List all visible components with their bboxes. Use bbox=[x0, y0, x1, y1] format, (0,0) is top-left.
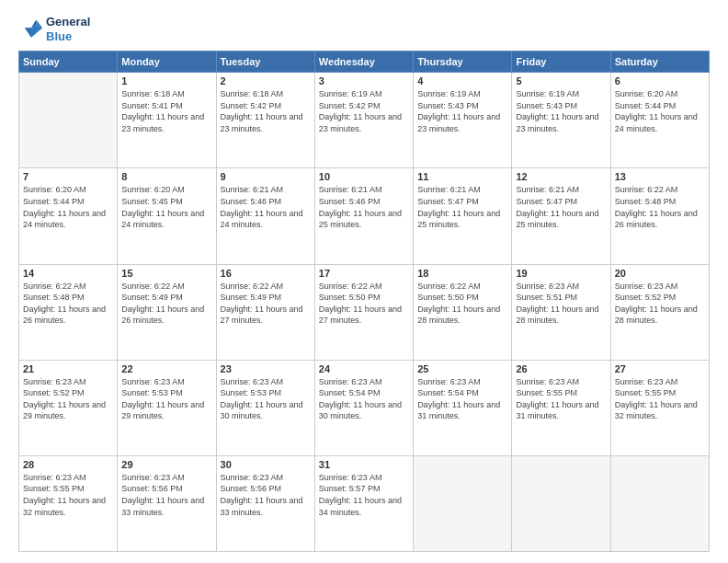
day-info: Sunrise: 6:23 AMSunset: 5:52 PMDaylight:… bbox=[23, 376, 113, 422]
day-info: Sunrise: 6:19 AMSunset: 5:43 PMDaylight:… bbox=[516, 88, 606, 134]
col-header-wednesday: Wednesday bbox=[314, 52, 413, 73]
calendar-cell: 8Sunrise: 6:20 AMSunset: 5:45 PMDaylight… bbox=[118, 168, 216, 264]
day-info: Sunrise: 6:19 AMSunset: 5:42 PMDaylight:… bbox=[319, 88, 409, 134]
day-number: 25 bbox=[417, 363, 507, 374]
day-info: Sunrise: 6:19 AMSunset: 5:43 PMDaylight:… bbox=[417, 88, 507, 134]
svg-marker-4 bbox=[25, 28, 31, 38]
col-header-saturday: Saturday bbox=[610, 52, 709, 73]
calendar-cell: 9Sunrise: 6:21 AMSunset: 5:46 PMDaylight… bbox=[216, 168, 314, 264]
day-info: Sunrise: 6:23 AMSunset: 5:53 PMDaylight:… bbox=[121, 376, 211, 422]
day-number: 19 bbox=[516, 268, 606, 279]
calendar-cell: 12Sunrise: 6:21 AMSunset: 5:47 PMDayligh… bbox=[512, 168, 610, 264]
day-info: Sunrise: 6:23 AMSunset: 5:53 PMDaylight:… bbox=[221, 376, 311, 422]
header: General Blue bbox=[18, 15, 710, 43]
week-row-0: 1Sunrise: 6:18 AMSunset: 5:41 PMDaylight… bbox=[19, 73, 710, 168]
day-number: 4 bbox=[417, 75, 507, 86]
day-info: Sunrise: 6:20 AMSunset: 5:44 PMDaylight:… bbox=[23, 184, 113, 230]
day-info: Sunrise: 6:23 AMSunset: 5:55 PMDaylight:… bbox=[23, 472, 113, 518]
day-info: Sunrise: 6:20 AMSunset: 5:44 PMDaylight:… bbox=[615, 88, 705, 134]
calendar-table: SundayMondayTuesdayWednesdayThursdayFrid… bbox=[18, 51, 710, 552]
calendar-cell: 4Sunrise: 6:19 AMSunset: 5:43 PMDaylight… bbox=[414, 73, 512, 168]
day-info: Sunrise: 6:22 AMSunset: 5:49 PMDaylight:… bbox=[121, 281, 211, 327]
day-info: Sunrise: 6:23 AMSunset: 5:56 PMDaylight:… bbox=[121, 472, 211, 518]
day-info: Sunrise: 6:22 AMSunset: 5:48 PMDaylight:… bbox=[615, 184, 705, 230]
day-number: 3 bbox=[319, 75, 409, 86]
calendar-cell: 1Sunrise: 6:18 AMSunset: 5:41 PMDaylight… bbox=[118, 73, 216, 168]
day-number: 27 bbox=[615, 363, 705, 374]
day-info: Sunrise: 6:23 AMSunset: 5:55 PMDaylight:… bbox=[615, 376, 705, 422]
col-header-sunday: Sunday bbox=[19, 52, 118, 73]
calendar-cell: 11Sunrise: 6:21 AMSunset: 5:47 PMDayligh… bbox=[414, 168, 512, 264]
calendar-header-row: SundayMondayTuesdayWednesdayThursdayFrid… bbox=[19, 52, 710, 73]
day-info: Sunrise: 6:23 AMSunset: 5:54 PMDaylight:… bbox=[319, 376, 409, 422]
calendar-cell: 21Sunrise: 6:23 AMSunset: 5:52 PMDayligh… bbox=[19, 360, 118, 455]
day-number: 24 bbox=[319, 363, 409, 374]
day-number: 7 bbox=[23, 171, 113, 182]
calendar-cell: 10Sunrise: 6:21 AMSunset: 5:46 PMDayligh… bbox=[314, 168, 413, 264]
calendar-cell bbox=[19, 73, 118, 168]
logo-icon bbox=[18, 17, 44, 42]
day-info: Sunrise: 6:21 AMSunset: 5:46 PMDaylight:… bbox=[319, 184, 409, 230]
calendar-cell: 19Sunrise: 6:23 AMSunset: 5:51 PMDayligh… bbox=[512, 264, 610, 360]
day-number: 29 bbox=[121, 459, 211, 470]
calendar-cell: 23Sunrise: 6:23 AMSunset: 5:53 PMDayligh… bbox=[216, 360, 314, 455]
calendar-cell bbox=[414, 455, 512, 551]
calendar-cell: 18Sunrise: 6:22 AMSunset: 5:50 PMDayligh… bbox=[414, 264, 512, 360]
day-info: Sunrise: 6:21 AMSunset: 5:46 PMDaylight:… bbox=[221, 184, 311, 230]
calendar-cell: 2Sunrise: 6:18 AMSunset: 5:42 PMDaylight… bbox=[216, 73, 314, 168]
day-number: 20 bbox=[615, 268, 705, 279]
day-info: Sunrise: 6:20 AMSunset: 5:45 PMDaylight:… bbox=[121, 184, 211, 230]
week-row-2: 14Sunrise: 6:22 AMSunset: 5:48 PMDayligh… bbox=[19, 264, 710, 360]
calendar-cell: 24Sunrise: 6:23 AMSunset: 5:54 PMDayligh… bbox=[314, 360, 413, 455]
calendar-cell: 6Sunrise: 6:20 AMSunset: 5:44 PMDaylight… bbox=[610, 73, 709, 168]
calendar-cell: 13Sunrise: 6:22 AMSunset: 5:48 PMDayligh… bbox=[610, 168, 709, 264]
calendar-cell: 26Sunrise: 6:23 AMSunset: 5:55 PMDayligh… bbox=[512, 360, 610, 455]
day-number: 18 bbox=[417, 268, 507, 279]
day-number: 10 bbox=[319, 171, 409, 182]
week-row-3: 21Sunrise: 6:23 AMSunset: 5:52 PMDayligh… bbox=[19, 360, 710, 455]
day-info: Sunrise: 6:21 AMSunset: 5:47 PMDaylight:… bbox=[516, 184, 606, 230]
day-number: 26 bbox=[516, 363, 606, 374]
day-info: Sunrise: 6:23 AMSunset: 5:55 PMDaylight:… bbox=[516, 376, 606, 422]
day-info: Sunrise: 6:23 AMSunset: 5:54 PMDaylight:… bbox=[417, 376, 507, 422]
day-number: 5 bbox=[516, 75, 606, 86]
day-info: Sunrise: 6:22 AMSunset: 5:48 PMDaylight:… bbox=[23, 281, 113, 327]
day-number: 9 bbox=[221, 171, 311, 182]
day-info: Sunrise: 6:23 AMSunset: 5:52 PMDaylight:… bbox=[615, 281, 705, 327]
day-number: 28 bbox=[23, 459, 113, 470]
logo-text: General Blue bbox=[46, 15, 90, 43]
day-info: Sunrise: 6:23 AMSunset: 5:56 PMDaylight:… bbox=[221, 472, 311, 518]
day-info: Sunrise: 6:22 AMSunset: 5:50 PMDaylight:… bbox=[417, 281, 507, 327]
calendar-cell: 15Sunrise: 6:22 AMSunset: 5:49 PMDayligh… bbox=[118, 264, 216, 360]
calendar-cell: 17Sunrise: 6:22 AMSunset: 5:50 PMDayligh… bbox=[314, 264, 413, 360]
col-header-tuesday: Tuesday bbox=[216, 52, 314, 73]
calendar-cell: 28Sunrise: 6:23 AMSunset: 5:55 PMDayligh… bbox=[19, 455, 118, 551]
calendar-cell: 25Sunrise: 6:23 AMSunset: 5:54 PMDayligh… bbox=[414, 360, 512, 455]
day-number: 8 bbox=[121, 171, 211, 182]
calendar-cell bbox=[610, 455, 709, 551]
day-number: 2 bbox=[221, 75, 311, 86]
day-info: Sunrise: 6:18 AMSunset: 5:42 PMDaylight:… bbox=[221, 88, 311, 134]
day-number: 11 bbox=[417, 171, 507, 182]
day-info: Sunrise: 6:22 AMSunset: 5:49 PMDaylight:… bbox=[221, 281, 311, 327]
calendar-cell: 22Sunrise: 6:23 AMSunset: 5:53 PMDayligh… bbox=[118, 360, 216, 455]
calendar-cell: 14Sunrise: 6:22 AMSunset: 5:48 PMDayligh… bbox=[19, 264, 118, 360]
col-header-monday: Monday bbox=[118, 52, 216, 73]
logo: General Blue bbox=[18, 15, 90, 43]
day-info: Sunrise: 6:18 AMSunset: 5:41 PMDaylight:… bbox=[121, 88, 211, 134]
day-info: Sunrise: 6:23 AMSunset: 5:51 PMDaylight:… bbox=[516, 281, 606, 327]
day-info: Sunrise: 6:21 AMSunset: 5:47 PMDaylight:… bbox=[417, 184, 507, 230]
day-number: 1 bbox=[121, 75, 211, 86]
day-number: 30 bbox=[221, 459, 311, 470]
week-row-4: 28Sunrise: 6:23 AMSunset: 5:55 PMDayligh… bbox=[19, 455, 710, 551]
calendar-cell bbox=[512, 455, 610, 551]
day-number: 23 bbox=[221, 363, 311, 374]
day-number: 16 bbox=[221, 268, 311, 279]
col-header-thursday: Thursday bbox=[414, 52, 512, 73]
calendar-cell: 30Sunrise: 6:23 AMSunset: 5:56 PMDayligh… bbox=[216, 455, 314, 551]
calendar-cell: 20Sunrise: 6:23 AMSunset: 5:52 PMDayligh… bbox=[610, 264, 709, 360]
calendar-cell: 16Sunrise: 6:22 AMSunset: 5:49 PMDayligh… bbox=[216, 264, 314, 360]
day-number: 17 bbox=[319, 268, 409, 279]
calendar-cell: 5Sunrise: 6:19 AMSunset: 5:43 PMDaylight… bbox=[512, 73, 610, 168]
calendar-cell: 3Sunrise: 6:19 AMSunset: 5:42 PMDaylight… bbox=[314, 73, 413, 168]
